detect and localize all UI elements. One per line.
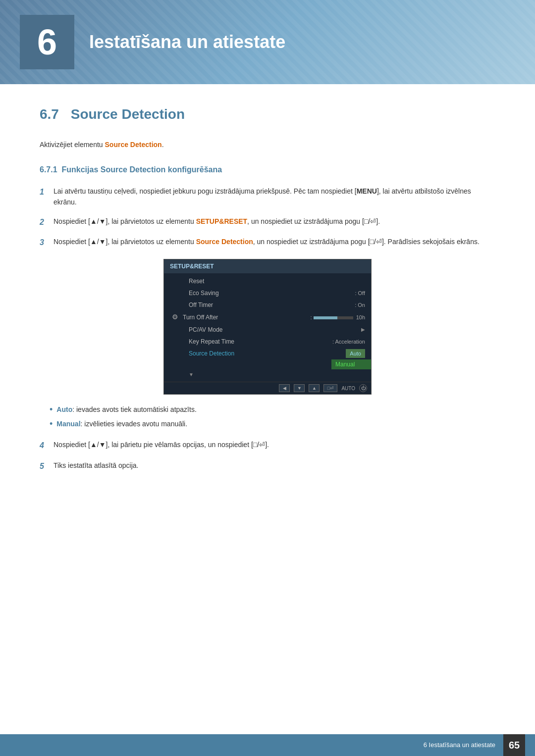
subsection-title: 6.7.1 Funkcijas Source Detection konfigu… <box>40 164 495 176</box>
menu-row-reset: Reset <box>164 275 371 287</box>
chapter-header: 6 Iestatīšana un atiestate <box>0 0 535 84</box>
intro-paragraph: Aktivizējiet elementu Source Detection. <box>40 140 495 150</box>
menu-manual-option: Manual <box>164 359 371 369</box>
power-icon: ⏻ <box>359 384 367 392</box>
steps-list: 1 Lai atvērtu taustiņu ceļvedi, nospiedi… <box>40 186 495 249</box>
menu-row-offtimer: Off Timer : On <box>164 299 371 311</box>
page-number: 65 <box>503 734 525 756</box>
auto-label: AUTO <box>341 385 355 392</box>
menu-bottom-bar: ◀ ▼ ▲ □⏎ AUTO ⏻ <box>164 382 371 394</box>
left-icon: ◀ <box>279 384 290 392</box>
settings-icon: ⚙ <box>170 312 180 322</box>
enter-icon: □⏎ <box>323 384 337 392</box>
menu-more-indicator: ▼ <box>164 369 371 380</box>
menu-row-eco: Eco Saving : Off <box>164 287 371 299</box>
down-icon: ▼ <box>294 384 305 392</box>
step-1: 1 Lai atvērtu taustiņu ceļvedi, nospiedi… <box>40 186 495 208</box>
chapter-number: 6 <box>20 15 74 69</box>
steps-list-continued: 4 Nospiediet [▲/▼], lai pārietu pie vēla… <box>40 439 495 472</box>
menu-title: SETUP&RESET <box>164 259 371 273</box>
bullet-manual: • Manual: izvēlieties ievades avotu manu… <box>50 419 495 429</box>
step-2: 2 Nospiediet [▲/▼], lai pārvietotos uz e… <box>40 216 495 229</box>
footer-text: 6 Iestatīšana un atiestate <box>424 740 495 750</box>
step-3: 3 Nospiediet [▲/▼], lai pārvietotos uz e… <box>40 236 495 249</box>
step-4: 4 Nospiediet [▲/▼], lai pārietu pie vēla… <box>40 439 495 452</box>
step-5: 5 Tiks iestatīta atlasītā opcija. <box>40 460 495 473</box>
section-title: 6.7 Source Detection <box>40 104 495 128</box>
menu-screenshot: SETUP&RESET Reset Eco Saving : Off Off T… <box>163 259 372 395</box>
menu-body: Reset Eco Saving : Off Off Timer : On ⚙ … <box>164 273 371 382</box>
bullet-auto: • Auto: ievades avots tiek automātiski a… <box>50 404 495 415</box>
main-content: 6.7 Source Detection Aktivizējiet elemen… <box>0 84 535 512</box>
menu-row-pcav: PC/AV Mode ▶ <box>164 324 371 336</box>
menu-row-turnoff: ⚙ Turn Off After : 10h <box>164 311 371 324</box>
page-footer: 6 Iestatīšana un atiestate 65 <box>0 734 535 756</box>
menu-row-keyrepeat: Key Repeat Time : Acceleration <box>164 336 371 348</box>
bullet-list: • Auto: ievades avots tiek automātiski a… <box>50 404 495 429</box>
menu-row-sourcedetection: Source Detection Auto <box>164 348 371 360</box>
up-icon: ▲ <box>309 384 320 392</box>
chapter-title: Iestatīšana un atiestate <box>89 29 285 55</box>
